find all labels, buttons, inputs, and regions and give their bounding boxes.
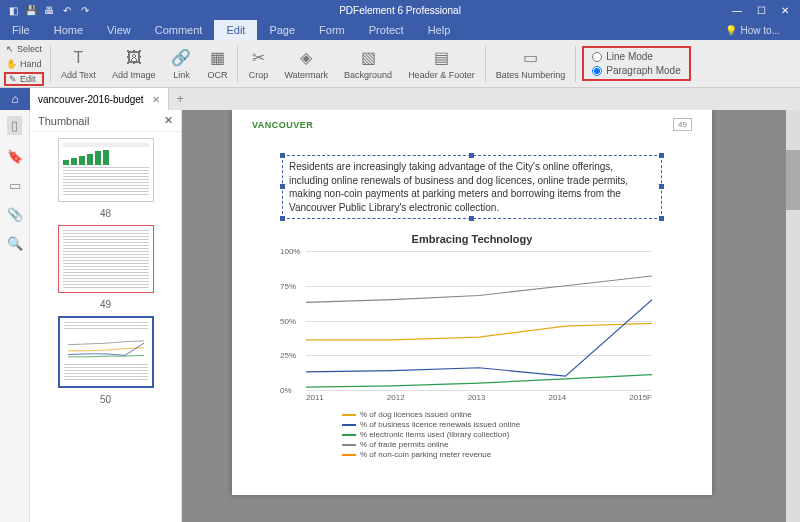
save-icon[interactable]: 💾 bbox=[24, 3, 38, 17]
watermark-button[interactable]: ◈Watermark bbox=[276, 40, 336, 87]
document-tab[interactable]: vancouver-2016-budget✕ bbox=[30, 88, 169, 110]
link-icon: 🔗 bbox=[171, 48, 191, 68]
thumbnail-icon[interactable]: ▯ bbox=[7, 116, 22, 135]
background-icon: ▧ bbox=[358, 48, 378, 68]
home-icon: ⌂ bbox=[11, 92, 18, 106]
edit-tool[interactable]: ✎Edit bbox=[4, 72, 44, 86]
minimize-button[interactable]: — bbox=[726, 5, 748, 16]
search-icon[interactable]: 🔍 bbox=[7, 236, 23, 251]
brand-label: VANCOUVER bbox=[252, 120, 313, 130]
menu-protect[interactable]: Protect bbox=[357, 20, 416, 40]
line-mode-radio[interactable]: Line Mode bbox=[592, 51, 681, 62]
how-to-link[interactable]: 💡How to... bbox=[725, 25, 800, 36]
home-tab-button[interactable]: ⌂ bbox=[0, 88, 30, 110]
close-tab-icon[interactable]: ✕ bbox=[152, 94, 160, 105]
undo-icon[interactable]: ↶ bbox=[60, 3, 74, 17]
menu-page[interactable]: Page bbox=[257, 20, 307, 40]
maximize-button[interactable]: ☐ bbox=[750, 5, 772, 16]
side-toolbar: ▯ 🔖 ▭ 📎 🔍 bbox=[0, 110, 30, 522]
add-image-button[interactable]: 🖼Add Image bbox=[104, 40, 164, 87]
watermark-icon: ◈ bbox=[296, 48, 316, 68]
close-panel-icon[interactable]: ✕ bbox=[164, 114, 173, 127]
menu-bar: File Home View Comment Edit Page Form Pr… bbox=[0, 20, 800, 40]
close-button[interactable]: ✕ bbox=[774, 5, 796, 16]
page-number: 49 bbox=[673, 118, 692, 131]
menu-view[interactable]: View bbox=[95, 20, 143, 40]
thumbnail-page[interactable] bbox=[58, 316, 154, 388]
lightbulb-icon: 💡 bbox=[725, 25, 737, 36]
title-bar: ◧ 💾 🖶 ↶ ↷ PDFelement 6 Professional — ☐ … bbox=[0, 0, 800, 20]
thumb-label: 48 bbox=[100, 208, 111, 219]
text-icon: T bbox=[68, 48, 88, 68]
editing-text-block[interactable]: Residents are increasingly taking advant… bbox=[282, 155, 662, 219]
image-icon: 🖼 bbox=[124, 48, 144, 68]
crop-icon: ✂ bbox=[248, 48, 268, 68]
menu-edit[interactable]: Edit bbox=[214, 20, 257, 40]
chart-title: Embracing Technology bbox=[282, 233, 662, 245]
app-icon: ◧ bbox=[6, 3, 20, 17]
edit-mode-group: Line Mode Paragraph Mode bbox=[582, 46, 691, 81]
tab-bar: ⌂ vancouver-2016-budget✕ + bbox=[0, 88, 800, 110]
annotation-icon[interactable]: ▭ bbox=[9, 178, 21, 193]
thumbnail-page[interactable] bbox=[58, 225, 154, 293]
bookmark-icon[interactable]: 🔖 bbox=[7, 149, 23, 164]
menu-help[interactable]: Help bbox=[416, 20, 463, 40]
attachment-icon[interactable]: 📎 bbox=[7, 207, 23, 222]
ribbon: ↖Select ✋Hand ✎Edit TAdd Text 🖼Add Image… bbox=[0, 40, 800, 88]
chart-legend: % of dog licences issued online% of busi… bbox=[342, 410, 662, 459]
ocr-icon: ▦ bbox=[207, 48, 227, 68]
menu-file[interactable]: File bbox=[0, 20, 42, 40]
bates-button[interactable]: ▭Bates Numbering bbox=[488, 40, 574, 87]
add-tab-button[interactable]: + bbox=[169, 92, 192, 106]
redo-icon[interactable]: ↷ bbox=[78, 3, 92, 17]
hand-tool[interactable]: ✋Hand bbox=[4, 57, 44, 71]
paragraph-mode-radio[interactable]: Paragraph Mode bbox=[592, 65, 681, 76]
app-title: PDFelement 6 Professional bbox=[339, 5, 461, 16]
hand-icon: ✋ bbox=[6, 59, 17, 69]
vertical-scrollbar[interactable] bbox=[786, 110, 800, 522]
select-tool[interactable]: ↖Select bbox=[4, 42, 44, 56]
pdf-page: VANCOUVER 49 Residents are increasingly … bbox=[232, 110, 712, 495]
header-footer-icon: ▤ bbox=[431, 48, 451, 68]
ocr-button[interactable]: ▦OCR bbox=[199, 40, 235, 87]
thumbnail-panel: Thumbnail✕ 48 49 50 bbox=[30, 110, 182, 522]
document-view[interactable]: VANCOUVER 49 Residents are increasingly … bbox=[182, 110, 800, 522]
edit-icon: ✎ bbox=[9, 74, 17, 84]
thumbnail-page[interactable] bbox=[58, 138, 154, 202]
crop-button[interactable]: ✂Crop bbox=[240, 40, 276, 87]
menu-home[interactable]: Home bbox=[42, 20, 95, 40]
chart-area: 0%25%50%75%100% bbox=[306, 251, 652, 391]
thumb-label: 49 bbox=[100, 299, 111, 310]
thumb-label: 50 bbox=[100, 394, 111, 405]
background-button[interactable]: ▧Background bbox=[336, 40, 400, 87]
cursor-icon: ↖ bbox=[6, 44, 14, 54]
menu-form[interactable]: Form bbox=[307, 20, 357, 40]
print-icon[interactable]: 🖶 bbox=[42, 3, 56, 17]
header-footer-button[interactable]: ▤Header & Footer bbox=[400, 40, 483, 87]
add-text-button[interactable]: TAdd Text bbox=[53, 40, 104, 87]
link-button[interactable]: 🔗Link bbox=[163, 40, 199, 87]
thumbnail-title: Thumbnail bbox=[38, 115, 89, 127]
menu-comment[interactable]: Comment bbox=[143, 20, 215, 40]
chart-x-labels: 20112012201320142015F bbox=[306, 393, 652, 402]
bates-icon: ▭ bbox=[520, 48, 540, 68]
